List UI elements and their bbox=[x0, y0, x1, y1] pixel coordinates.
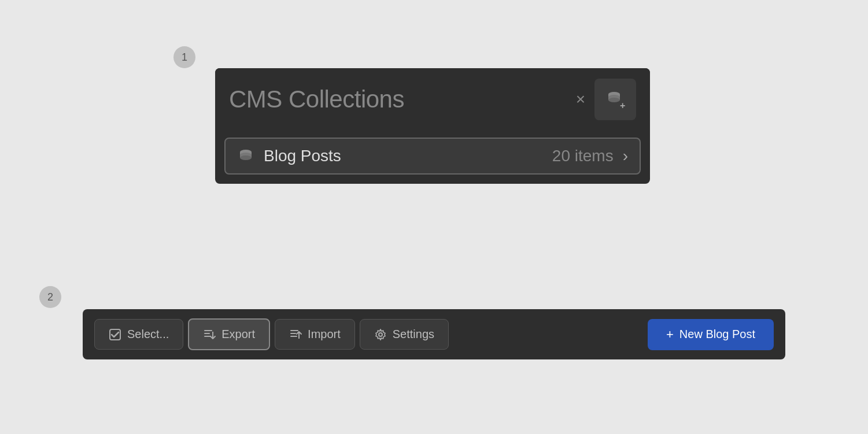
svg-point-20 bbox=[379, 333, 382, 336]
import-button[interactable]: Import bbox=[275, 319, 355, 350]
svg-rect-12 bbox=[204, 330, 212, 331]
svg-rect-17 bbox=[290, 333, 296, 334]
settings-button[interactable]: Settings bbox=[360, 319, 449, 350]
svg-rect-13 bbox=[204, 333, 210, 334]
collection-name: Blog Posts bbox=[264, 147, 543, 165]
svg-point-4 bbox=[608, 98, 620, 102]
cms-header-actions: × + bbox=[576, 79, 636, 120]
svg-point-10 bbox=[240, 155, 252, 160]
export-icon bbox=[203, 328, 216, 341]
import-icon bbox=[289, 328, 302, 341]
cms-panel-title: CMS Collections bbox=[229, 86, 404, 113]
select-button[interactable]: Select... bbox=[94, 319, 183, 350]
step-badge-2: 2 bbox=[39, 286, 61, 308]
settings-icon bbox=[374, 328, 387, 341]
step-badge-1: 1 bbox=[173, 46, 195, 68]
export-button[interactable]: Export bbox=[188, 318, 270, 350]
new-blog-post-button[interactable]: + New Blog Post bbox=[648, 319, 774, 350]
add-collection-button[interactable]: + bbox=[594, 79, 636, 120]
chevron-right-icon: › bbox=[623, 147, 628, 165]
collection-count: 20 items bbox=[552, 147, 614, 165]
svg-text:+: + bbox=[620, 101, 625, 110]
checkbox-icon bbox=[109, 328, 121, 341]
plus-icon: + bbox=[666, 327, 674, 342]
database-plus-icon: + bbox=[604, 88, 627, 111]
cms-collections-panel: CMS Collections × + bbox=[215, 68, 650, 184]
svg-rect-16 bbox=[290, 330, 298, 331]
toolbar-panel: Select... Export Import Settings bbox=[83, 309, 785, 359]
cms-header: CMS Collections × + bbox=[215, 68, 650, 131]
cms-body: Blog Posts 20 items › bbox=[215, 131, 650, 184]
close-button[interactable]: × bbox=[576, 91, 585, 107]
svg-rect-18 bbox=[290, 336, 297, 337]
blog-posts-collection-row[interactable]: Blog Posts 20 items › bbox=[224, 138, 641, 175]
collection-db-icon bbox=[237, 147, 254, 165]
